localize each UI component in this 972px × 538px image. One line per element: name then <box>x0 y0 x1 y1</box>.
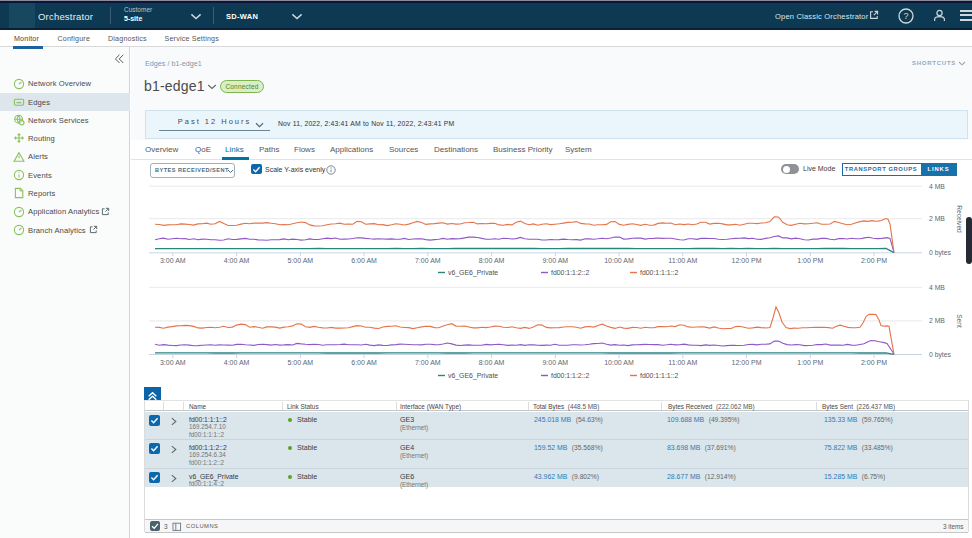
svg-text:1:00 PM: 1:00 PM <box>797 359 823 366</box>
svg-text:7:00 AM: 7:00 AM <box>415 359 441 366</box>
svg-text:9:00 AM: 9:00 AM <box>542 359 568 366</box>
svg-text:5:00 AM: 5:00 AM <box>287 359 313 366</box>
svg-text:5:00 AM: 5:00 AM <box>287 257 313 264</box>
svg-text:fd00:1:1:2::2: fd00:1:1:2::2 <box>551 269 589 276</box>
svg-text:fd00:1:1:2::2: fd00:1:1:2::2 <box>551 372 589 379</box>
svg-text:11:00 AM: 11:00 AM <box>668 359 697 366</box>
svg-text:10:00 AM: 10:00 AM <box>604 257 634 264</box>
svg-text:8:00 AM: 8:00 AM <box>479 257 505 264</box>
svg-text:0 bytes: 0 bytes <box>929 249 952 257</box>
svg-text:v6_GE6_Private: v6_GE6_Private <box>448 269 498 277</box>
svg-text:0 bytes: 0 bytes <box>929 351 952 359</box>
svg-text:11:00 AM: 11:00 AM <box>668 257 697 264</box>
svg-text:3:00 AM: 3:00 AM <box>160 257 186 264</box>
svg-text:v6_GE6_Private: v6_GE6_Private <box>448 372 498 380</box>
svg-text:Received: Received <box>956 205 963 233</box>
svg-text:8:00 AM: 8:00 AM <box>479 359 505 366</box>
svg-text:12:00 PM: 12:00 PM <box>732 257 762 264</box>
svg-text:4 MB: 4 MB <box>929 183 945 190</box>
svg-text:?: ? <box>903 11 908 21</box>
svg-text:12:00 PM: 12:00 PM <box>732 359 762 366</box>
svg-text:4:00 AM: 4:00 AM <box>224 257 250 264</box>
svg-text:1:00 PM: 1:00 PM <box>797 257 823 264</box>
svg-text:4:00 AM: 4:00 AM <box>224 359 250 366</box>
svg-text:9:00 AM: 9:00 AM <box>542 257 568 264</box>
svg-text:2 MB: 2 MB <box>929 317 945 324</box>
svg-text:fd00:1:1:1::2: fd00:1:1:1::2 <box>640 269 678 276</box>
svg-text:3:00 AM: 3:00 AM <box>160 359 186 366</box>
svg-text:7:00 AM: 7:00 AM <box>415 257 441 264</box>
svg-text:4 MB: 4 MB <box>929 284 945 291</box>
svg-text:6:00 AM: 6:00 AM <box>351 359 377 366</box>
svg-text:2:00 PM: 2:00 PM <box>861 359 887 366</box>
svg-text:fd00:1:1:1::2: fd00:1:1:1::2 <box>640 372 678 379</box>
svg-text:Sent: Sent <box>956 314 963 328</box>
svg-text:2:00 PM: 2:00 PM <box>861 257 887 264</box>
svg-text:6:00 AM: 6:00 AM <box>351 257 377 264</box>
svg-text:10:00 AM: 10:00 AM <box>604 359 634 366</box>
svg-text:2 MB: 2 MB <box>929 215 945 222</box>
